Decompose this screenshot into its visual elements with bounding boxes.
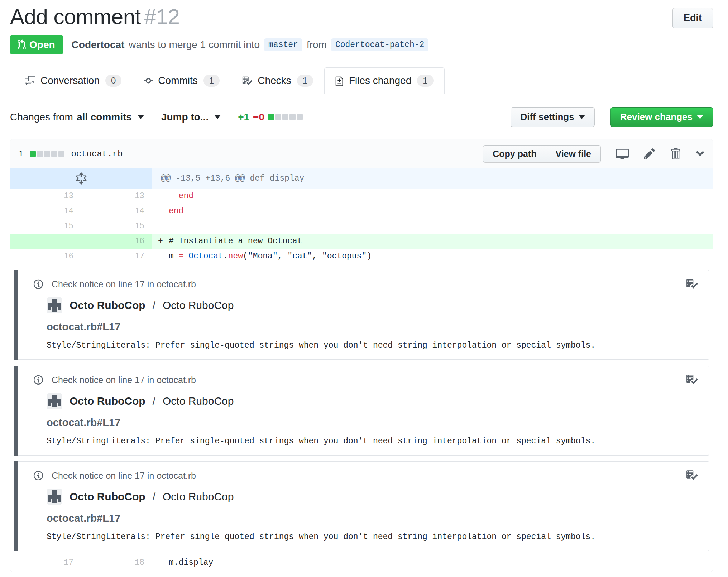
annotation-tool-name[interactable]: Octo RuboCop	[70, 491, 145, 503]
annotation-app-row: Octo RuboCop / Octo RuboCop	[47, 489, 696, 505]
hunk-header: @@ -13,5 +13,6 @@ def display	[152, 168, 713, 189]
caret-down-icon	[214, 115, 221, 119]
edit-button[interactable]: Edit	[672, 8, 713, 28]
edit-file-icon[interactable]	[644, 147, 655, 160]
review-changes-button[interactable]: Review changes	[610, 107, 713, 127]
rich-diff-icon[interactable]	[616, 147, 629, 160]
check-annotation: Check notice on line 17 in octocat.rb Oc…	[14, 270, 709, 360]
new-line-number[interactable]: 15	[81, 219, 152, 234]
expand-hunk-button[interactable]	[10, 168, 152, 189]
file-button-group: Copy path View file	[483, 145, 601, 163]
rubocop-app-icon	[47, 489, 62, 505]
pr-tabnav: Conversation 0 Commits 1 Checks 1 Files …	[10, 67, 713, 94]
diff-line-row: 14 14 end	[10, 204, 713, 219]
tab-files-changed[interactable]: Files changed 1	[324, 67, 445, 94]
pr-meta: Open Codertocat wants to merge 1 commit …	[10, 35, 713, 54]
diff-sign	[158, 204, 169, 219]
old-line-number[interactable]: 15	[10, 219, 81, 234]
diff-rows-top: 13 13 end 14 14 end 15 15 16 +# Instanti…	[10, 189, 713, 264]
unfold-icon	[76, 172, 87, 185]
review-changes-label: Review changes	[620, 111, 693, 123]
tab-commits[interactable]: Commits 1	[133, 67, 231, 94]
head-branch-ref[interactable]: Codertocat-patch-2	[331, 38, 428, 51]
diff-sign	[158, 249, 169, 264]
tab-counter: 1	[297, 75, 313, 87]
changes-from-value: all commits	[77, 111, 132, 123]
annotation-tool-name[interactable]: Octo RuboCop	[70, 395, 145, 407]
info-icon	[33, 279, 44, 290]
annotation-check-name[interactable]: Octo RuboCop	[163, 491, 234, 503]
diff-line-row: 15 15	[10, 219, 713, 234]
code-tokens: # Instantiate a new Octocat	[169, 237, 302, 246]
diff-line-row: 16 +# Instantiate a new Octocat	[10, 234, 713, 249]
diff-sign	[158, 555, 169, 570]
code-line: m = Octocat.new("Mona", "cat", "octopus"…	[152, 249, 713, 264]
old-line-number[interactable]: 17	[10, 555, 81, 570]
checklist-icon	[242, 75, 253, 86]
annotation-header: Check notice on line 17 in octocat.rb	[33, 375, 696, 385]
annotation-header: Check notice on line 17 in octocat.rb	[33, 279, 696, 290]
diff-rows-tail: 17 18 m.display	[10, 555, 713, 570]
changes-from-dropdown[interactable]: Changes from all commits	[10, 111, 144, 123]
hunk-row: @@ -13,5 +13,6 @@ def display	[10, 168, 713, 189]
tab-label: Commits	[158, 75, 197, 86]
code-line: end	[152, 204, 713, 219]
diff-line-row: 16 17 m = Octocat.new("Mona", "cat", "oc…	[10, 249, 713, 264]
new-line-number[interactable]: 18	[81, 555, 152, 570]
annotation-file-path[interactable]: octocat.rb#L17	[47, 417, 696, 429]
old-line-number[interactable]: 14	[10, 204, 81, 219]
diffstat-blocks	[268, 114, 303, 120]
annotation-message: Style/StringLiterals: Prefer single-quot…	[47, 341, 696, 350]
caret-down-icon	[579, 115, 585, 119]
file-diff-panel: 1 octocat.rb Copy path View file	[10, 139, 713, 572]
tab-label: Checks	[258, 75, 291, 86]
file-name[interactable]: octocat.rb	[71, 149, 123, 159]
diff-settings-button[interactable]: Diff settings	[511, 107, 594, 127]
new-line-number[interactable]: 13	[81, 189, 152, 204]
code-line: m.display	[152, 555, 713, 570]
new-line-number[interactable]: 16	[81, 234, 152, 249]
checks-icon[interactable]	[686, 469, 698, 481]
old-line-number[interactable]: 16	[10, 249, 81, 264]
tab-counter: 1	[203, 75, 220, 87]
caret-down-icon	[138, 115, 144, 119]
tab-conversation[interactable]: Conversation 0	[14, 67, 133, 94]
delete-file-icon[interactable]	[670, 147, 680, 160]
old-line-number[interactable]	[10, 234, 81, 249]
pr-title: Add comment	[10, 5, 141, 29]
annotation-separator: /	[153, 491, 155, 503]
new-line-number[interactable]: 17	[81, 249, 152, 264]
tab-checks[interactable]: Checks 1	[231, 67, 324, 94]
annotations-list: Check notice on line 17 in octocat.rb Oc…	[10, 264, 713, 555]
jump-to-dropdown[interactable]: Jump to...	[161, 111, 221, 123]
base-branch-ref[interactable]: master	[264, 38, 302, 51]
checks-icon[interactable]	[686, 277, 698, 290]
annotation-tool-name[interactable]: Octo RuboCop	[70, 299, 145, 311]
file-changed-count: 1	[18, 149, 23, 159]
info-icon	[33, 375, 44, 385]
annotation-file-path[interactable]: octocat.rb#L17	[47, 512, 696, 524]
diff-line-row: 13 13 end	[10, 189, 713, 204]
pr-meta-from: from	[307, 39, 327, 51]
collapse-diff-icon[interactable]	[695, 147, 705, 160]
annotation-check-name[interactable]: Octo RuboCop	[163, 299, 234, 311]
checks-icon[interactable]	[686, 373, 698, 385]
pr-author[interactable]: Codertocat	[72, 39, 125, 51]
annotation-file-path[interactable]: octocat.rb#L17	[47, 321, 696, 333]
diff-toolbar: Changes from all commits Jump to... +1 −…	[10, 107, 713, 127]
info-icon	[33, 470, 44, 481]
annotation-check-name[interactable]: Octo RuboCop	[163, 395, 234, 407]
code-line: +# Instantiate a new Octocat	[152, 234, 713, 249]
old-line-number[interactable]: 13	[10, 189, 81, 204]
pull-request-page: Add comment#12 Edit Open Codertocat want…	[0, 0, 728, 577]
new-line-number[interactable]: 14	[81, 204, 152, 219]
annotation-message: Style/StringLiterals: Prefer single-quot…	[47, 437, 696, 446]
view-file-button[interactable]: View file	[546, 145, 601, 163]
pr-state-label: Open	[29, 39, 55, 51]
git-pull-request-icon	[18, 39, 26, 50]
copy-path-button[interactable]: Copy path	[483, 145, 546, 163]
check-annotation: Check notice on line 17 in octocat.rb Oc…	[14, 461, 709, 551]
file-header: 1 octocat.rb Copy path View file	[10, 139, 713, 168]
pr-meta-text: Codertocat wants to merge 1 commit into …	[72, 38, 429, 51]
deletions-count: −0	[253, 111, 264, 123]
